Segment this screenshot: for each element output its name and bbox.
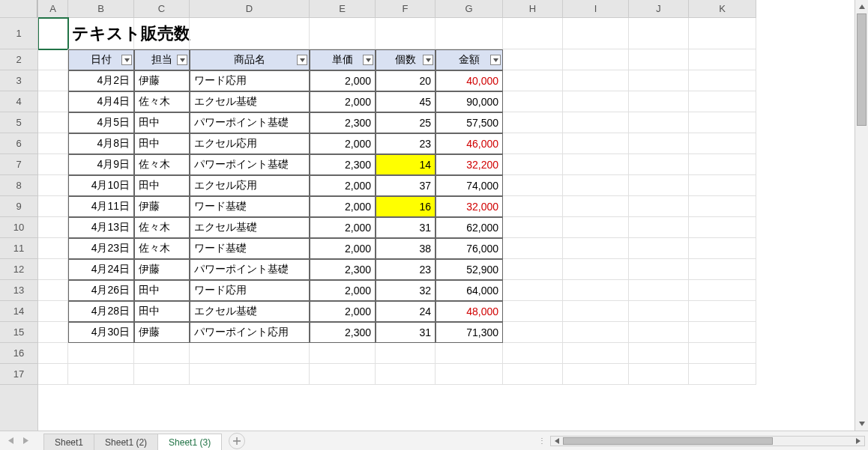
filter-dropdown-button[interactable] (177, 55, 187, 65)
row-header-7[interactable]: 7 (0, 154, 37, 175)
cell-I17[interactable] (563, 364, 629, 385)
cell-B4[interactable]: 4月4日 (68, 91, 134, 112)
cell-F3[interactable]: 20 (376, 70, 435, 91)
cell-D14[interactable]: エクセル基礎 (190, 301, 310, 322)
cell-I4[interactable] (563, 91, 629, 112)
cell-B13[interactable]: 4月26日 (68, 280, 134, 301)
cell-C12[interactable]: 伊藤 (134, 259, 190, 280)
cell-K14[interactable] (689, 301, 756, 322)
cell-G13[interactable]: 64,000 (435, 280, 503, 301)
cell-G11[interactable]: 76,000 (435, 238, 503, 259)
sheet-tab[interactable]: Sheet1 (43, 434, 94, 451)
cell-K8[interactable] (689, 175, 756, 196)
column-header-A[interactable]: A (38, 0, 68, 18)
cell-D10[interactable]: エクセル基礎 (190, 217, 310, 238)
next-sheet-button[interactable] (19, 435, 31, 447)
row-header-14[interactable]: 14 (0, 301, 37, 322)
column-header-B[interactable]: B (68, 0, 134, 18)
row-header-9[interactable]: 9 (0, 196, 37, 217)
cell-I6[interactable] (563, 133, 629, 154)
cell-A16[interactable] (38, 343, 68, 364)
cell-E17[interactable] (310, 364, 376, 385)
cell-E4[interactable]: 2,000 (310, 91, 376, 112)
cell-D2[interactable]: 商品名 (190, 49, 310, 70)
cell-J14[interactable] (629, 301, 689, 322)
cell-G4[interactable]: 90,000 (435, 91, 503, 112)
filter-dropdown-button[interactable] (490, 55, 501, 65)
cell-I3[interactable] (563, 70, 629, 91)
horizontal-scrollbar[interactable] (550, 436, 865, 446)
cell-B5[interactable]: 4月5日 (68, 112, 134, 133)
cell-H16[interactable] (503, 343, 563, 364)
cell-B14[interactable]: 4月28日 (68, 301, 134, 322)
cell-A7[interactable] (38, 154, 68, 175)
cell-K9[interactable] (689, 196, 756, 217)
cell-B10[interactable]: 4月13日 (68, 217, 134, 238)
cell-A12[interactable] (38, 259, 68, 280)
cell-E12[interactable]: 2,300 (310, 259, 376, 280)
cell-A17[interactable] (38, 364, 68, 385)
cell-K10[interactable] (689, 217, 756, 238)
row-header-1[interactable]: 1 (0, 18, 37, 49)
cell-I10[interactable] (563, 217, 629, 238)
cell-F9[interactable]: 16 (376, 196, 435, 217)
select-all-corner[interactable] (0, 0, 37, 18)
cell-K11[interactable] (689, 238, 756, 259)
cell-C4[interactable]: 佐々木 (134, 91, 190, 112)
cell-C11[interactable]: 佐々木 (134, 238, 190, 259)
cell-I5[interactable] (563, 112, 629, 133)
cell-A14[interactable] (38, 301, 68, 322)
row-header-11[interactable]: 11 (0, 238, 37, 259)
row-header-17[interactable]: 17 (0, 364, 37, 385)
cell-J17[interactable] (629, 364, 689, 385)
cell-C10[interactable]: 佐々木 (134, 217, 190, 238)
cell-D16[interactable] (190, 343, 310, 364)
cell-B7[interactable]: 4月9日 (68, 154, 134, 175)
cell-K1[interactable] (689, 18, 756, 49)
cell-K2[interactable] (689, 49, 756, 70)
cell-G7[interactable]: 32,200 (435, 154, 503, 175)
cell-A6[interactable] (38, 133, 68, 154)
cell-E5[interactable]: 2,300 (310, 112, 376, 133)
cell-B9[interactable]: 4月11日 (68, 196, 134, 217)
row-header-4[interactable]: 4 (0, 91, 37, 112)
cell-D13[interactable]: ワード応用 (190, 280, 310, 301)
cell-K12[interactable] (689, 259, 756, 280)
cell-A1[interactable] (38, 18, 68, 49)
column-header-E[interactable]: E (310, 0, 376, 18)
sheet-tab[interactable]: Sheet1 (2) (94, 434, 158, 451)
cell-F1[interactable] (376, 18, 435, 49)
cell-J4[interactable] (629, 91, 689, 112)
cell-F4[interactable]: 45 (376, 91, 435, 112)
cell-K15[interactable] (689, 322, 756, 343)
cell-I2[interactable] (563, 49, 629, 70)
row-header-15[interactable]: 15 (0, 322, 37, 343)
cell-H1[interactable] (503, 18, 563, 49)
cell-D6[interactable]: エクセル応用 (190, 133, 310, 154)
cell-E7[interactable]: 2,300 (310, 154, 376, 175)
cell-C5[interactable]: 田中 (134, 112, 190, 133)
cell-J9[interactable] (629, 196, 689, 217)
split-handle[interactable]: ⋮ (538, 437, 546, 445)
cell-E3[interactable]: 2,000 (310, 70, 376, 91)
cell-E13[interactable]: 2,000 (310, 280, 376, 301)
cell-B2[interactable]: 日付 (68, 49, 134, 70)
cell-I9[interactable] (563, 196, 629, 217)
cell-I16[interactable] (563, 343, 629, 364)
cell-G6[interactable]: 46,000 (435, 133, 503, 154)
cell-A9[interactable] (38, 196, 68, 217)
cell-A8[interactable] (38, 175, 68, 196)
cell-I8[interactable] (563, 175, 629, 196)
cell-D4[interactable]: エクセル基礎 (190, 91, 310, 112)
column-header-H[interactable]: H (503, 0, 563, 18)
cell-C3[interactable]: 伊藤 (134, 70, 190, 91)
cell-C6[interactable]: 田中 (134, 133, 190, 154)
cell-C13[interactable]: 田中 (134, 280, 190, 301)
cell-K6[interactable] (689, 133, 756, 154)
scroll-down-button[interactable] (855, 417, 868, 431)
cell-D9[interactable]: ワード基礎 (190, 196, 310, 217)
cell-E6[interactable]: 2,000 (310, 133, 376, 154)
cell-H10[interactable] (503, 217, 563, 238)
row-header-10[interactable]: 10 (0, 217, 37, 238)
cell-D17[interactable] (190, 364, 310, 385)
